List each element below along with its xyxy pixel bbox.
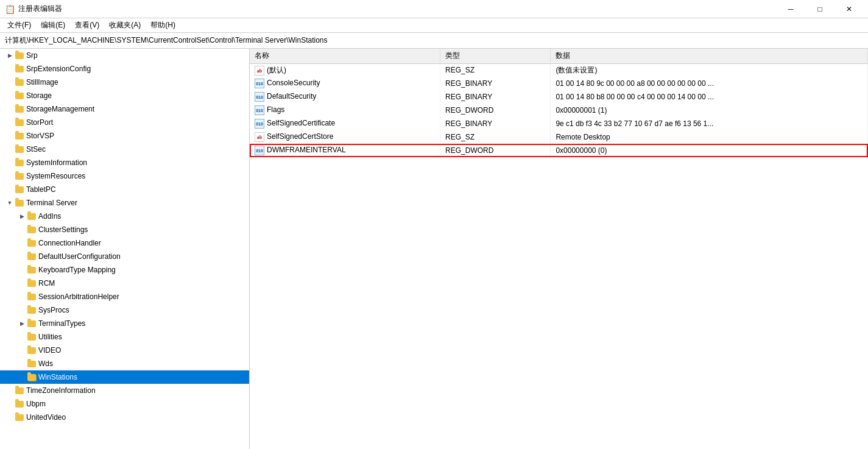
- tree-item-tabletpc[interactable]: TabletPC: [0, 183, 249, 196]
- expand-icon[interactable]: ▶: [5, 51, 15, 60]
- window-controls: ─ □ ✕: [777, 0, 863, 18]
- tree-item-defaultuserconfiguration[interactable]: DefaultUserConfiguration: [0, 250, 249, 263]
- expand-icon[interactable]: [17, 225, 27, 235]
- table-row[interactable]: ab(默认)REG_SZ(数值未设置): [250, 63, 868, 77]
- cell-name: 010ConsoleSecurity: [250, 77, 440, 90]
- tree-item-winstations[interactable]: WinStations: [0, 370, 249, 384]
- tree-item-storport[interactable]: StorPort: [0, 116, 249, 129]
- tree-item-terminaltypes[interactable]: ▶TerminalTypes: [0, 317, 249, 330]
- tree-item-label: ConnectionHandler: [38, 239, 101, 247]
- tree-item-label: Ubpm: [26, 400, 46, 408]
- tree-item-unitedvideo[interactable]: UnitedVideo: [0, 411, 249, 424]
- title-bar: 📋 注册表编辑器 ─ □ ✕: [0, 0, 868, 18]
- expand-icon[interactable]: [17, 332, 27, 342]
- tree-item-terminalserver[interactable]: ▼Terminal Server: [0, 196, 249, 210]
- expand-icon[interactable]: ▼: [5, 198, 15, 208]
- expand-icon[interactable]: [5, 412, 15, 422]
- tree-item-label: StSec: [26, 145, 46, 154]
- menu-item-favorites[interactable]: 收藏夹(A): [104, 18, 146, 32]
- cell-data: 9e c1 db f3 4c 33 b2 77 10 67 d7 ae f6 1…: [551, 117, 868, 130]
- expand-icon[interactable]: [17, 265, 27, 275]
- tree-item-stillimage[interactable]: StillImage: [0, 76, 249, 89]
- tree-item-stsec[interactable]: StSec: [0, 143, 249, 156]
- reg-sz-icon: ab: [255, 132, 264, 142]
- table-row[interactable]: 010DWMFRAMEINTERVALREG_DWORD0x00000000 (…: [250, 144, 868, 157]
- close-button[interactable]: ✕: [835, 0, 863, 18]
- menu-item-help[interactable]: 帮助(H): [146, 18, 180, 32]
- tree-item-label: DefaultUserConfiguration: [38, 252, 121, 261]
- tree-item-storvsp[interactable]: StorVSP: [0, 129, 249, 143]
- cell-data: Remote Desktop: [551, 130, 868, 144]
- table-row[interactable]: 010DefaultSecurityREG_BINARY01 00 14 80 …: [250, 90, 868, 104]
- tree-item-addins[interactable]: ▶AddIns: [0, 210, 249, 223]
- cell-name: 010DefaultSecurity: [250, 90, 440, 104]
- tree-item-keyboardtypemapping[interactable]: KeyboardType Mapping: [0, 263, 249, 277]
- expand-icon[interactable]: [17, 345, 27, 355]
- menu-item-edit[interactable]: 编辑(E): [36, 18, 70, 32]
- tree-item-timezoneinformation[interactable]: TimeZoneInformation: [0, 384, 249, 397]
- tree-item-ubpm[interactable]: Ubpm: [0, 397, 249, 411]
- tree-item-label: TabletPC: [26, 185, 56, 194]
- registry-values[interactable]: 名称 类型 数据 ab(默认)REG_SZ(数值未设置)010ConsoleSe…: [250, 49, 868, 449]
- expand-icon[interactable]: [17, 238, 27, 248]
- registry-tree[interactable]: ▶SrpSrpExtensionConfigStillImageStorageS…: [0, 49, 250, 449]
- expand-icon[interactable]: ▶: [17, 211, 27, 221]
- address-path: 计算机\HKEY_LOCAL_MACHINE\SYSTEM\CurrentCon…: [2, 35, 330, 46]
- tree-item-label: Srp: [26, 51, 38, 60]
- expand-icon[interactable]: [5, 171, 15, 181]
- tree-item-video[interactable]: VIDEO: [0, 344, 249, 357]
- table-row[interactable]: abSelfSignedCertStoreREG_SZRemote Deskto…: [250, 130, 868, 144]
- expand-icon[interactable]: [17, 359, 27, 369]
- expand-icon[interactable]: [5, 386, 15, 395]
- expand-icon[interactable]: [5, 185, 15, 194]
- table-row[interactable]: 010SelfSignedCertificateREG_BINARY9e c1 …: [250, 117, 868, 130]
- expand-icon[interactable]: [5, 399, 15, 409]
- expand-icon[interactable]: [17, 305, 27, 315]
- tree-item-label: Storage: [26, 91, 52, 100]
- tree-item-clustersettings[interactable]: ClusterSettings: [0, 223, 249, 236]
- expand-icon[interactable]: [5, 64, 15, 74]
- tree-item-wds[interactable]: Wds: [0, 357, 249, 370]
- tree-item-label: AddIns: [38, 212, 61, 221]
- cell-name: 010SelfSignedCertificate: [250, 117, 440, 130]
- cell-name: ab(默认): [250, 63, 440, 77]
- table-row[interactable]: 010FlagsREG_DWORD0x00000001 (1): [250, 104, 868, 117]
- minimize-button[interactable]: ─: [777, 0, 805, 18]
- expand-icon[interactable]: [5, 131, 15, 141]
- folder-icon: [15, 131, 24, 141]
- expand-icon[interactable]: [5, 77, 15, 87]
- expand-icon[interactable]: [5, 91, 15, 101]
- folder-icon: [15, 158, 24, 168]
- tree-item-utilities[interactable]: Utilities: [0, 330, 249, 344]
- tree-item-storage[interactable]: Storage: [0, 89, 249, 102]
- expand-icon[interactable]: [17, 292, 27, 302]
- tree-item-systemresources[interactable]: SystemResources: [0, 169, 249, 183]
- folder-icon: [27, 305, 37, 315]
- tree-item-storagemanagement[interactable]: StorageManagement: [0, 102, 249, 116]
- maximize-button[interactable]: □: [806, 0, 834, 18]
- cell-name: 010DWMFRAMEINTERVAL: [250, 144, 440, 157]
- cell-name: abSelfSignedCertStore: [250, 130, 440, 144]
- expand-icon[interactable]: [5, 104, 15, 114]
- table-row[interactable]: 010ConsoleSecurityREG_BINARY01 00 14 80 …: [250, 77, 868, 90]
- expand-icon[interactable]: [5, 118, 15, 127]
- app-icon: 📋: [5, 4, 15, 14]
- tree-item-connectionhandler[interactable]: ConnectionHandler: [0, 236, 249, 250]
- expand-icon[interactable]: [5, 144, 15, 154]
- tree-item-srp[interactable]: ▶Srp: [0, 49, 249, 62]
- tree-item-label: SystemInformation: [26, 158, 87, 167]
- tree-item-srpextensionconfig[interactable]: SrpExtensionConfig: [0, 62, 249, 76]
- tree-item-sysprocs[interactable]: SysProcs: [0, 303, 249, 317]
- folder-icon: [27, 319, 37, 328]
- expand-icon[interactable]: ▶: [17, 319, 27, 328]
- expand-icon[interactable]: [17, 252, 27, 261]
- expand-icon[interactable]: [17, 372, 27, 382]
- tree-item-label: Utilities: [38, 333, 62, 341]
- tree-item-sessionarbitrationhelper[interactable]: SessionArbitrationHelper: [0, 290, 249, 303]
- tree-item-rcm[interactable]: RCM: [0, 277, 249, 290]
- expand-icon[interactable]: [5, 158, 15, 168]
- expand-icon[interactable]: [17, 278, 27, 288]
- menu-item-file[interactable]: 文件(F): [2, 18, 36, 32]
- menu-item-view[interactable]: 查看(V): [70, 18, 104, 32]
- tree-item-systeminformation[interactable]: SystemInformation: [0, 156, 249, 169]
